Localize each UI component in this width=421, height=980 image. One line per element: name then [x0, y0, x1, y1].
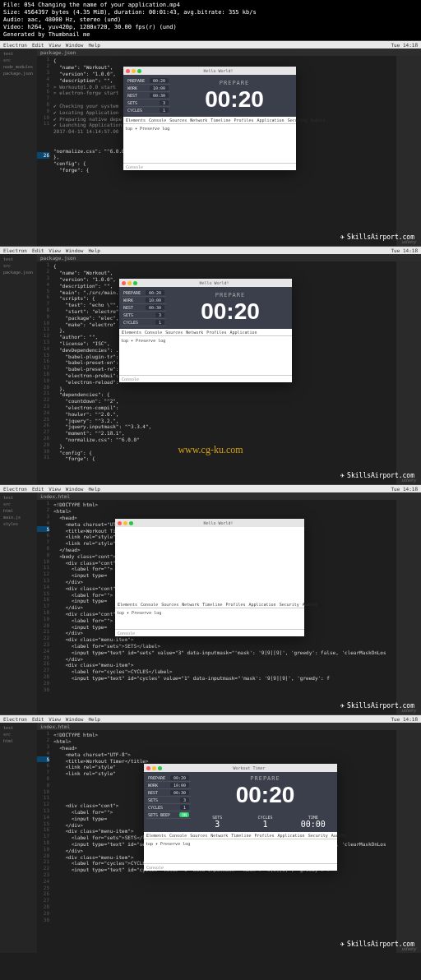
electron-app-window[interactable]: Workout Timer PREPARE00:20 WORK10:00 RES… [144, 764, 337, 871]
devtools-tab[interactable]: Console [141, 602, 158, 607]
window-titlebar[interactable]: Hello World! [115, 519, 304, 527]
devtools-tab[interactable]: Sources [190, 833, 207, 838]
sidebar-item[interactable]: styles [2, 520, 35, 527]
menubar-item[interactable]: View [49, 42, 60, 48]
minimize-icon[interactable] [132, 69, 136, 73]
electron-app-window[interactable]: Hello World! Elements Console Sources Ne… [115, 519, 304, 636]
mac-menubar[interactable]: Electron Edit View Window Help Tue 14:18 [0, 41, 421, 49]
devtools-tab[interactable]: Audits [331, 833, 346, 838]
devtools-tab[interactable]: Profiles [225, 602, 245, 607]
editor-sidebar[interactable]: test src html main.js styles [0, 492, 37, 714]
maximize-icon[interactable] [129, 521, 133, 525]
sidebar-item[interactable]: test [2, 494, 35, 501]
devtools-panel[interactable]: Elements Console Sources Network Timelin… [144, 832, 337, 871]
sidebar-item[interactable]: test [2, 256, 35, 262]
minimize-icon[interactable] [152, 766, 156, 770]
menubar-item[interactable]: Help [89, 486, 100, 492]
devtools-tab[interactable]: Security [280, 602, 299, 607]
menubar-item[interactable]: Window [66, 716, 84, 722]
rest-input[interactable]: 00:30 [146, 305, 164, 310]
maximize-icon[interactable] [158, 766, 162, 770]
devtools-panel[interactable]: Elements Console Sources Network Profile… [119, 329, 292, 382]
devtools-tab[interactable]: Console [145, 330, 162, 335]
sets-input[interactable]: 3 [180, 797, 189, 802]
devtools-tab[interactable]: Application [257, 118, 285, 122]
work-input[interactable]: 10:00 [170, 783, 189, 788]
menubar-item[interactable]: View [49, 486, 60, 492]
minimap[interactable] [396, 261, 421, 484]
editor-sidebar[interactable]: test src html [0, 723, 37, 953]
menubar-item[interactable]: Help [89, 42, 100, 48]
devtools-tab[interactable]: Timeline [210, 118, 230, 122]
devtools-tab[interactable]: Console [169, 833, 187, 838]
devtools-tab[interactable]: Network [190, 118, 207, 122]
menubar-item[interactable]: Electron [3, 247, 27, 253]
devtools-tab[interactable]: Timeline [202, 602, 222, 607]
minimap[interactable] [396, 500, 421, 714]
devtools-tab[interactable]: Security [288, 118, 308, 122]
sidebar-item[interactable]: main.js [2, 514, 35, 520]
devtools-tab[interactable]: Audits [311, 118, 326, 122]
window-titlebar[interactable]: Hello World! [119, 279, 292, 287]
prepare-input[interactable]: 00:20 [150, 78, 169, 83]
devtools-tab[interactable]: Console [149, 118, 166, 122]
minimap[interactable] [396, 730, 421, 953]
sidebar-item[interactable]: node_modules [2, 63, 35, 70]
work-input[interactable]: 10:00 [150, 86, 169, 90]
maximize-icon[interactable] [137, 69, 141, 73]
editor-tab[interactable]: package.json [37, 254, 421, 261]
work-input[interactable]: 10:00 [146, 298, 164, 303]
window-titlebar[interactable]: Workout Timer [144, 764, 337, 772]
devtools-panel[interactable]: Elements Console Sources Network Timelin… [115, 601, 304, 636]
editor-tab[interactable]: package.json [37, 49, 421, 56]
cycles-input[interactable]: 1 [160, 108, 169, 113]
devtools-console-drawer[interactable]: Console [123, 164, 296, 170]
menubar-item[interactable]: Edit [32, 42, 44, 48]
devtools-tab[interactable]: Elements [122, 330, 141, 335]
cycles-input[interactable]: 1 [155, 320, 164, 325]
menubar-item[interactable]: View [49, 716, 60, 722]
devtools-tab[interactable]: Security [308, 833, 328, 838]
minimize-icon[interactable] [127, 281, 132, 285]
devtools-tab[interactable]: Sources [169, 118, 187, 122]
sidebar-item[interactable]: test [2, 724, 35, 731]
close-icon[interactable] [118, 521, 122, 525]
devtools-tab[interactable]: Profiles [254, 833, 274, 838]
menubar-item[interactable]: Help [89, 247, 100, 253]
mac-menubar[interactable]: Electron Edit View Window Help Tue 14:18 [0, 485, 421, 492]
cycles-input[interactable]: 1 [180, 805, 189, 810]
sidebar-item[interactable]: html [2, 507, 35, 514]
editor-tab[interactable]: index.html [37, 723, 421, 730]
sidebar-item[interactable]: test [2, 50, 35, 57]
mac-menubar[interactable]: Electron Edit View Window Help Tue 14:18 [0, 715, 421, 723]
devtools-tab[interactable]: Sources [165, 330, 183, 335]
beep-toggle[interactable]: ON [179, 812, 189, 817]
devtools-console-drawer[interactable]: Console [119, 376, 292, 382]
sidebar-item[interactable]: package.json [2, 269, 35, 275]
devtools-tab[interactable]: Application [278, 833, 305, 838]
sidebar-item[interactable]: src [2, 262, 35, 269]
close-icon[interactable] [126, 69, 130, 73]
menubar-item[interactable]: Electron [3, 716, 27, 722]
rest-input[interactable]: 00:30 [170, 790, 189, 795]
devtools-body[interactable]: top ▾ Preserve log [115, 608, 304, 630]
devtools-tab[interactable]: Application [229, 330, 257, 335]
menubar-item[interactable]: Electron [3, 486, 27, 492]
sets-input[interactable]: 3 [160, 100, 169, 105]
editor-sidebar[interactable]: test src package.json [0, 254, 37, 484]
minimize-icon[interactable] [123, 521, 127, 525]
devtools-tab[interactable]: Elements [126, 118, 146, 122]
close-icon[interactable] [146, 766, 150, 770]
devtools-tab[interactable]: Elements [146, 833, 166, 838]
devtools-body[interactable]: top ▾ Preserve log [144, 839, 337, 864]
menubar-item[interactable]: Window [66, 247, 84, 253]
devtools-tab[interactable]: Application [249, 602, 276, 607]
devtools-tab[interactable]: Network [182, 602, 199, 607]
sets-input[interactable]: 3 [155, 312, 164, 317]
devtools-panel[interactable]: Elements Console Sources Network Timelin… [123, 117, 296, 170]
menubar-item[interactable]: Edit [32, 247, 44, 253]
menubar-item[interactable]: View [49, 247, 60, 253]
devtools-tab[interactable]: Audits [303, 602, 317, 607]
electron-app-window[interactable]: Hello World! PREPARE00:20 WORK10:00 REST… [119, 279, 292, 382]
mac-menubar[interactable]: Electron Edit View Window Help Tue 14:18 [0, 247, 421, 254]
